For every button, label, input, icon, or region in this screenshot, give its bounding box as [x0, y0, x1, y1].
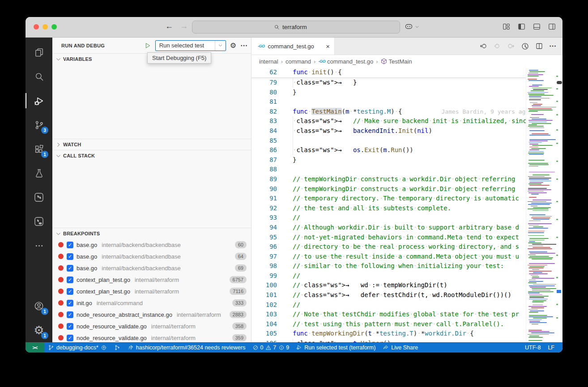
breakpoint-row[interactable]: ✓node_resource_validate.gointernal/terra… — [52, 320, 251, 332]
customize-layout-icon[interactable] — [502, 22, 511, 31]
editor-more-actions-icon[interactable]: ⋯ — [549, 43, 556, 50]
views-more-actions-icon[interactable]: ⋯ — [240, 42, 247, 49]
breakpoint-checkbox[interactable]: ✓ — [67, 323, 73, 330]
history-forward-icon[interactable]: → — [180, 21, 188, 31]
breakpoint-row[interactable]: ✓context_plan_test.gointernal/terraform7… — [52, 285, 251, 297]
code-line[interactable]: 84·class="ws">→ backendInit.Init(nil) — [251, 126, 562, 136]
sticky-scroll-line[interactable]: 62func·init()·{ — [251, 68, 562, 77]
breakpoint-checkbox[interactable]: ✓ — [67, 265, 73, 272]
nav-circle-icon[interactable] — [493, 42, 501, 50]
nav-forward-icon[interactable] — [507, 42, 515, 50]
code-line[interactable]: 62func·init()·{ — [251, 68, 562, 77]
activity-explorer[interactable] — [26, 40, 52, 64]
code-line[interactable]: 87} — [251, 155, 562, 165]
code-line[interactable]: 89//·tempWorkingDir·constructs·a·workdir… — [251, 174, 562, 184]
nav-back-icon[interactable] — [479, 42, 487, 50]
branch-status-item[interactable]: debugging-docs* — [44, 342, 111, 353]
activity-search[interactable] — [26, 64, 52, 89]
toggle-secondary-sidebar-icon[interactable] — [548, 22, 556, 31]
breakpoint-row[interactable]: ✓base.gointernal/backend/backendbase60 — [52, 239, 251, 251]
zoom-window-button[interactable] — [51, 24, 57, 30]
section-watch[interactable]: WATCH — [52, 139, 251, 150]
code-line[interactable]: 97//·to·use·the·result·inside·a·command.… — [251, 252, 562, 262]
breakpoint-checkbox[interactable]: ✓ — [67, 335, 73, 341]
start-debugging-button[interactable] — [144, 42, 151, 49]
minimize-window-button[interactable] — [43, 24, 48, 30]
close-icon[interactable]: × — [326, 43, 330, 50]
breadcrumb-item[interactable]: -GO command_test.go — [318, 58, 373, 65]
split-editor-icon[interactable] — [535, 42, 543, 50]
code-line[interactable]: 80} — [251, 88, 562, 98]
activity-source-control[interactable]: 3 — [26, 113, 52, 137]
breakpoint-row[interactable]: ✓base.gointernal/backend/backendbase64 — [52, 251, 251, 262]
breakpoint-row[interactable]: ✓context_plan_test.gointernal/terraform6… — [52, 274, 251, 285]
code-line[interactable]: 98//·similar·to·the·following·when·initi… — [251, 261, 562, 271]
debug-settings-gear-icon[interactable]: ⚙ — [230, 42, 236, 49]
command-center-search[interactable] — [192, 21, 400, 34]
breakpoint-checkbox[interactable]: ✓ — [67, 276, 73, 283]
code-line[interactable]: 82func·TestMain(m·*testing.M)·{James Bar… — [251, 107, 562, 117]
code-line[interactable]: 81 — [251, 97, 562, 107]
code-line[interactable]: 96//·directory·to·be·the·real·process·wo… — [251, 242, 562, 252]
live-share-status-item[interactable]: Live Share — [379, 342, 422, 353]
breadcrumb-item[interactable]: internal — [259, 58, 278, 65]
code-line[interactable]: 102// — [251, 300, 562, 310]
history-back-icon[interactable]: ← — [165, 21, 173, 31]
activity-settings[interactable]: ⚙1 — [26, 318, 52, 342]
code-line[interactable]: 90//·tempWorkingDir·constructs·a·workdir… — [251, 184, 562, 194]
debug-run-status-item[interactable]: Run selected test (terraform) — [293, 342, 379, 353]
code-line[interactable]: 105func·tempWorkingDir(t·*testing.T)·*wo… — [251, 329, 562, 339]
close-window-button[interactable] — [34, 24, 39, 30]
code-line[interactable]: 95//·not-yet-migrated·behaviors·in·comma… — [251, 233, 562, 242]
breakpoint-row[interactable]: ✓base.gointernal/backend/backendbase69 — [52, 262, 251, 274]
run-or-debug-icon[interactable] — [521, 42, 529, 51]
scrollbar-thumb[interactable] — [557, 81, 562, 84]
code-line[interactable]: 103//·Note·that·testChdir·modifies·globa… — [251, 310, 562, 319]
code-line[interactable]: 83·class="ws">→ //·Make·sure·backend·ini… — [251, 116, 562, 126]
code-line[interactable]: 86·class="ws">→ os.Exit(m.Run()) — [251, 145, 562, 155]
code-line[interactable]: 106·class="ws">→ t.Helper() — [251, 339, 562, 342]
code-line[interactable]: 94//·Although·workdir.Dir·is·built·to·su… — [251, 223, 562, 233]
pr-status-item[interactable]: hashicorp/terraform#36524 needs reviewer… — [124, 342, 249, 353]
code-line[interactable]: 99// — [251, 271, 562, 281]
activity-terraform[interactable] — [26, 185, 52, 209]
activity-accounts[interactable]: 1 — [26, 294, 52, 318]
code-line[interactable]: 101//·class="ws">→ defer·testChdir(t,·wd… — [251, 290, 562, 300]
minimap[interactable] — [526, 68, 556, 342]
code-line[interactable]: 88 — [251, 165, 562, 174]
code-line[interactable]: 91//·temporary·directory.·The·temporary·… — [251, 194, 562, 204]
problems-status-item[interactable]: 0 7 9 — [249, 342, 293, 353]
breakpoint-checkbox[interactable]: ✓ — [67, 300, 73, 306]
toggle-primary-sidebar-icon[interactable] — [517, 22, 526, 31]
encoding-status-item[interactable]: UTF-8 — [521, 342, 544, 353]
code-line[interactable]: 92//·the·test·and·all·its·subtests·compl… — [251, 204, 562, 213]
code-editor[interactable]: 62func·init()·{ 79·class="ws">→ }80}8182… — [251, 68, 562, 342]
breakpoint-checkbox[interactable]: ✓ — [67, 253, 73, 260]
breakpoint-checkbox[interactable]: ✓ — [67, 311, 73, 318]
launch-configuration-dropdown[interactable]: Run selected test — [155, 40, 226, 51]
code-line[interactable]: 79·class="ws">→ } — [251, 78, 562, 88]
eol-status-item[interactable]: LF — [544, 342, 558, 353]
breakpoint-row[interactable]: ✓node_resource_abstract_instance.gointer… — [52, 309, 251, 320]
section-call-stack[interactable]: CALL STACK — [52, 150, 251, 161]
search-input[interactable] — [282, 24, 318, 30]
activity-extensions[interactable]: 1 — [26, 137, 52, 161]
section-breakpoints[interactable]: BREAKPOINTS — [52, 228, 251, 239]
activity-more[interactable] — [26, 234, 52, 258]
breadcrumb-item-symbol[interactable]: TestMain — [381, 58, 412, 65]
breakpoint-row[interactable]: ✓init.gointernal/command333 — [52, 297, 251, 309]
activity-run-debug[interactable] — [26, 89, 52, 113]
commit-graph-status-item[interactable] — [111, 342, 124, 353]
breadcrumb-item[interactable]: command — [285, 58, 311, 65]
breakpoint-row[interactable]: ✓node_resource_validate.gointernal/terra… — [52, 332, 251, 342]
code-line[interactable]: 100//·class="ws">→ wd·:=·tempWorkingDir(… — [251, 281, 562, 290]
code-line[interactable]: 104//·test·using·this·pattern·must·never… — [251, 319, 562, 329]
remote-indicator[interactable]: >< — [26, 342, 44, 353]
toggle-panel-icon[interactable] — [533, 22, 541, 31]
tab-command-test-go[interactable]: -GO command_test.go × — [251, 38, 335, 55]
copilot-menu[interactable] — [404, 22, 419, 31]
breakpoint-checkbox[interactable]: ✓ — [67, 242, 73, 248]
code-line[interactable]: 93// — [251, 213, 562, 223]
code-line[interactable]: 85 — [251, 136, 562, 146]
activity-hcp-terraform[interactable] — [26, 209, 52, 234]
